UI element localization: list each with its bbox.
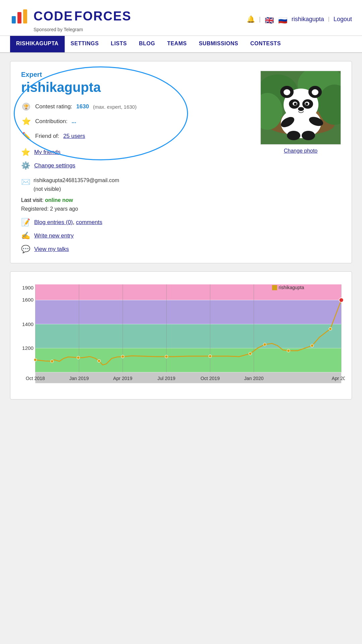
chart-card: 1900 1600 1400 1200 O: [10, 271, 352, 399]
email-icon: ✉️: [21, 176, 30, 188]
contribution-value: ...: [71, 118, 76, 125]
change-settings-link[interactable]: Change settings: [34, 162, 75, 169]
header: Code Forces Sponsored by Telegram 🔔 | 🇬🇧…: [0, 0, 362, 36]
nav-bar: RISHIKAGUPTA SETTINGS LISTS BLOG TEAMS S…: [0, 36, 362, 53]
svg-point-56: [34, 359, 37, 362]
change-photo-link[interactable]: Change photo: [284, 148, 318, 154]
user-rank: Expert: [21, 71, 247, 78]
contest-rating-row: 🏆 Contest rating: 1630 (max. expert, 163…: [21, 102, 247, 112]
profile-photo-container: [260, 71, 341, 145]
svg-point-17: [312, 89, 318, 95]
write-icon: ✍️: [21, 231, 30, 240]
divider: |: [259, 16, 261, 23]
svg-point-61: [165, 355, 168, 358]
nav-item-settings[interactable]: SETTINGS: [65, 36, 105, 52]
view-talks-link[interactable]: View my talks: [34, 246, 69, 253]
rating-icon: 🏆: [21, 102, 31, 112]
email-address: rishikagupta246813579@gmail.com: [34, 176, 119, 185]
svg-text:1600: 1600: [22, 297, 34, 303]
svg-point-63: [249, 352, 252, 355]
friend-icon: ✏️: [21, 131, 31, 141]
svg-rect-2: [23, 9, 27, 23]
email-section: ✉️ rishikagupta246813579@gmail.com (not …: [21, 176, 247, 193]
svg-point-23: [305, 103, 308, 105]
registered-label: Registered:: [21, 206, 49, 212]
nav-item-lists[interactable]: LISTS: [105, 36, 133, 52]
registered-value: 2 years ago: [50, 206, 78, 212]
write-entry-row: ✍️ Write new entry: [21, 231, 247, 240]
svg-text:1900: 1900: [22, 285, 34, 290]
svg-rect-31: [35, 324, 341, 348]
profile-left: Expert rishikagupta 🏆 Contest rating: 16…: [21, 71, 247, 254]
logo-row: Code Forces: [10, 6, 131, 26]
svg-text:🏆: 🏆: [23, 104, 29, 110]
notification-bell-icon[interactable]: 🔔: [247, 15, 255, 23]
svg-rect-30: [35, 300, 341, 324]
svg-text:Jan 2020: Jan 2020: [244, 376, 263, 381]
my-friends-icon: ⭐: [21, 148, 30, 157]
svg-text:Jan 2019: Jan 2019: [69, 376, 89, 381]
friend-of-label: Friend of:: [35, 133, 59, 140]
flag-en-icon[interactable]: 🇬🇧: [265, 16, 274, 22]
nav-item-rishikagupta[interactable]: RISHIKAGUPTA: [10, 36, 65, 52]
last-visit-label: Last visit:: [21, 197, 44, 203]
nav-item-contests[interactable]: CONTESTS: [244, 36, 287, 52]
svg-text:Oct 2019: Oct 2019: [200, 376, 220, 381]
comments-link[interactable]: comments: [76, 219, 102, 225]
chart-container: 1900 1600 1400 1200 O: [17, 278, 345, 392]
last-visit-section: Last visit: online now: [21, 197, 247, 203]
flag-ru-icon[interactable]: 🇷🇺: [278, 16, 288, 22]
username-header-link[interactable]: rishikagupta: [292, 16, 324, 23]
nav-item-teams[interactable]: TEAMS: [161, 36, 193, 52]
contribution-label: Contribution:: [35, 118, 67, 125]
svg-point-57: [51, 360, 54, 363]
online-status: online now: [45, 197, 73, 203]
svg-point-60: [121, 355, 124, 358]
email-visibility: (not visible): [34, 185, 119, 194]
view-talks-row: 💬 View my talks: [21, 245, 247, 254]
friend-of-row: ✏️ Friend of: 25 users: [21, 131, 247, 141]
svg-point-67: [329, 327, 332, 330]
contribution-row: ⭐ Contribution: ...: [21, 116, 247, 126]
profile-stats: 🏆 Contest rating: 1630 (max. expert, 163…: [21, 102, 247, 141]
legend-color-box: [272, 285, 277, 290]
write-entry-link[interactable]: Write new entry: [34, 232, 74, 239]
header-right: 🔔 | 🇬🇧 🇷🇺 rishikagupta | Logout: [247, 15, 352, 23]
svg-text:1200: 1200: [22, 345, 34, 351]
svg-point-66: [311, 344, 314, 347]
svg-point-22: [294, 103, 297, 105]
panda-photo: [261, 71, 341, 145]
legend-label: rishikagupta: [279, 285, 304, 290]
contest-rating-label: Contest rating:: [35, 103, 72, 110]
svg-text:Apr 2019: Apr 2019: [113, 376, 132, 381]
talks-icon: 💬: [21, 245, 30, 254]
svg-text:Jul 2019: Jul 2019: [158, 376, 175, 381]
blog-entries-link[interactable]: Blog entries (0): [34, 219, 73, 225]
svg-point-65: [287, 349, 290, 352]
sponsored-text: Sponsored by Telegram: [34, 27, 83, 32]
svg-point-58: [77, 356, 80, 359]
nav-item-blog[interactable]: BLOG: [133, 36, 161, 52]
svg-text:Apr 2020: Apr 2020: [332, 376, 345, 381]
svg-rect-1: [17, 12, 21, 23]
svg-point-28: [302, 131, 315, 140]
svg-point-16: [284, 89, 290, 95]
blog-icon: 📝: [21, 218, 30, 227]
profile-inner: Expert rishikagupta 🏆 Contest rating: 16…: [21, 71, 341, 254]
blog-links: 📝 Blog entries (0), comments ✍️ Write ne…: [21, 218, 247, 254]
registered-section: Registered: 2 years ago: [21, 206, 247, 212]
svg-point-24: [298, 107, 304, 111]
username-display: rishikagupta: [21, 80, 247, 95]
svg-text:Oct 2018: Oct 2018: [26, 376, 45, 381]
logout-link[interactable]: Logout: [334, 16, 352, 23]
friend-of-value: 25 users: [63, 133, 85, 140]
blog-entries-row: 📝 Blog entries (0), comments: [21, 218, 247, 227]
nav-item-submissions[interactable]: SUBMISSIONS: [193, 36, 244, 52]
svg-rect-32: [35, 348, 341, 372]
codeforces-logo-icon: [10, 6, 30, 26]
settings-icon: ⚙️: [21, 161, 30, 170]
contest-rating-max: (max. expert, 1630): [93, 104, 136, 110]
profile-links: ⭐ My friends ⚙️ Change settings: [21, 148, 247, 170]
change-settings-row: ⚙️ Change settings: [21, 161, 247, 170]
my-friends-link[interactable]: My friends: [34, 149, 60, 156]
